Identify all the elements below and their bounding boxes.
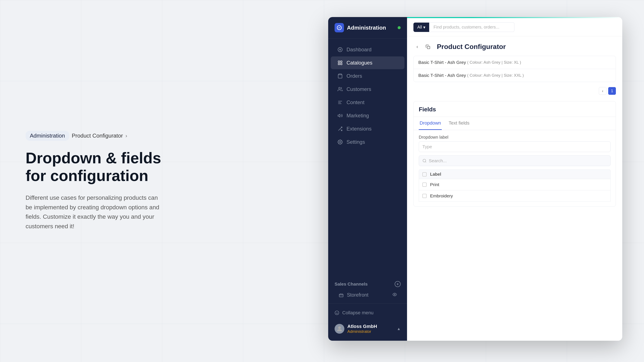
breadcrumb-current: Product Configurator xyxy=(72,132,123,139)
breadcrumb-separator: › xyxy=(126,133,127,139)
main-description: Different use cases for personalizing pr… xyxy=(26,193,162,231)
breadcrumb-active[interactable]: Administration xyxy=(26,131,69,141)
main-content: Administration Product Configurator › Dr… xyxy=(0,0,644,362)
breadcrumb: Administration Product Configurator › xyxy=(26,131,162,141)
left-section: Administration Product Configurator › Dr… xyxy=(26,131,175,231)
main-heading: Dropdown & fields for configuration xyxy=(26,149,162,185)
